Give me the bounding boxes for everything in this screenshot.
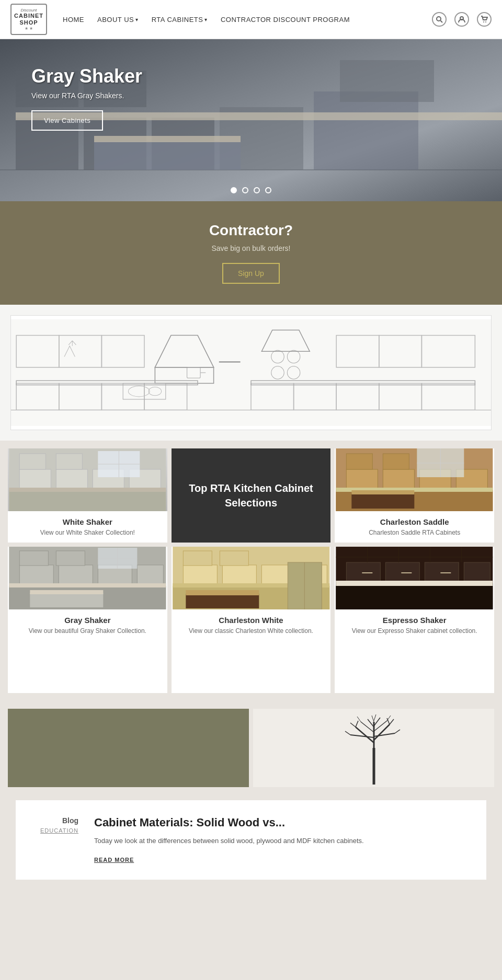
svg-rect-16	[94, 141, 241, 170]
main-nav: HOME ABOUT US ▾ RTA CABINETS ▾ CONTRACTO…	[63, 16, 432, 24]
search-icon[interactable]	[432, 12, 447, 27]
blog-right: Cabinet Materials: Solid Wood vs... Toda…	[94, 816, 465, 864]
charleston-white-body: Charleston White View our classic Charle…	[172, 609, 331, 641]
sketch-container	[10, 315, 492, 430]
svg-line-126	[374, 718, 380, 726]
promo-tree-card[interactable]	[253, 709, 494, 787]
logo-badge: Discount CABINET SHOP ★ ★	[10, 4, 47, 35]
svg-rect-55	[19, 454, 45, 469]
svg-rect-80	[9, 583, 166, 587]
svg-rect-54	[9, 488, 166, 492]
charleston-white-desc: View our classic Charleston White collec…	[178, 627, 325, 635]
logo-stars: ★ ★	[25, 26, 33, 31]
user-icon[interactable]	[454, 12, 469, 27]
svg-rect-98	[186, 590, 259, 595]
gray-shaker-card[interactable]: Gray Shaker View our beautiful Gray Shak…	[8, 547, 167, 693]
svg-rect-49	[9, 490, 166, 511]
hero-title: Gray Shaker	[31, 65, 142, 87]
blog-title: Cabinet Materials: Solid Wood vs...	[94, 816, 465, 829]
svg-rect-97	[186, 594, 259, 608]
svg-rect-68	[383, 454, 409, 469]
contractor-banner: Contractor? Save big on bulk orders! Sig…	[0, 201, 502, 305]
header-icons	[432, 12, 492, 27]
white-shaker-card[interactable]: White Shaker View our White Shaker Colle…	[8, 448, 167, 543]
svg-point-3	[483, 21, 484, 22]
svg-rect-62	[347, 469, 378, 490]
charleston-saddle-desc: Charleston Saddle RTA Cabinets	[341, 529, 488, 536]
logo-discount: Discount	[20, 8, 37, 13]
slider-dot-3[interactable]	[254, 187, 260, 193]
white-shaker-title: White Shaker	[14, 517, 161, 526]
kitchen-sketch-image	[11, 316, 491, 430]
svg-rect-11	[314, 91, 418, 170]
nav-about-us[interactable]: ABOUT US ▾	[97, 16, 139, 24]
svg-rect-77	[59, 565, 93, 586]
svg-rect-15	[340, 60, 434, 102]
svg-rect-79	[137, 565, 163, 586]
header: Discount CABINET SHOP ★ ★ HOME ABOUT US …	[0, 0, 502, 39]
view-cabinets-button[interactable]: View Cabinets	[31, 110, 103, 131]
svg-line-136	[387, 716, 391, 721]
svg-rect-67	[347, 454, 373, 469]
svg-point-4	[485, 21, 486, 22]
espresso-shaker-title: Espresso Shaker	[341, 616, 488, 625]
hero-section: Gray Shaker View our RTA Gray Shakers. V…	[0, 39, 502, 201]
blog-inner: Blog EDUCATION Cabinet Materials: Solid …	[37, 816, 465, 864]
svg-line-127	[372, 716, 374, 722]
cart-icon[interactable]	[477, 12, 492, 27]
svg-rect-90	[183, 565, 217, 586]
feature-card-title: Top RTA Kitchen Cabinet Selections	[182, 481, 321, 510]
svg-rect-106	[464, 562, 490, 583]
blog-section: Blog EDUCATION Cabinet Materials: Solid …	[16, 800, 486, 880]
nav-home[interactable]: HOME	[63, 16, 84, 24]
svg-point-0	[437, 17, 441, 21]
white-shaker-body: White Shaker View our White Shaker Colle…	[8, 511, 167, 543]
espresso-shaker-image	[335, 547, 494, 609]
logo-area[interactable]: Discount CABINET SHOP ★ ★	[10, 4, 47, 35]
nav-contractor-program[interactable]: CONTRACTOR DISCOUNT PROGRAM	[221, 16, 350, 24]
hero-subtitle: View our RTA Gray Shakers.	[31, 91, 142, 100]
blog-category[interactable]: EDUCATION	[37, 827, 78, 834]
sketch-section	[0, 305, 502, 441]
gray-shaker-desc: View our beautiful Gray Shaker Collectio…	[14, 627, 161, 635]
svg-line-131	[390, 719, 394, 724]
svg-rect-50	[19, 469, 51, 490]
contractor-description: Save big on bulk orders!	[10, 244, 492, 252]
svg-line-129	[350, 723, 356, 727]
read-more-link[interactable]: READ MORE	[94, 857, 134, 863]
feature-card: Top RTA Kitchen Cabinet Selections	[172, 448, 331, 543]
charleston-saddle-title: Charleston Saddle	[341, 517, 488, 526]
svg-line-1	[441, 21, 443, 23]
svg-line-130	[356, 721, 358, 727]
svg-line-134	[395, 730, 400, 733]
svg-rect-82	[56, 551, 85, 566]
charleston-white-image	[172, 547, 331, 609]
promo-olive-card[interactable]	[8, 709, 249, 787]
svg-rect-102	[336, 583, 493, 609]
espresso-shaker-card[interactable]: Espresso Shaker View our Expresso Shaker…	[335, 547, 494, 693]
charleston-white-card[interactable]: Charleston White View our classic Charle…	[172, 547, 331, 693]
contractor-heading: Contractor?	[10, 222, 492, 239]
gray-shaker-body: Gray Shaker View our beautiful Gray Shak…	[8, 609, 167, 641]
slider-dots	[231, 187, 271, 193]
svg-line-128	[374, 714, 376, 721]
svg-line-125	[368, 719, 374, 727]
white-shaker-image	[8, 448, 167, 511]
signup-button[interactable]: Sign Up	[222, 263, 280, 284]
promo-section	[0, 701, 502, 795]
svg-rect-99	[183, 551, 212, 566]
svg-rect-100	[220, 551, 248, 566]
white-shaker-desc: View our White Shaker Collection!	[14, 529, 161, 536]
hero-content: Gray Shaker View our RTA Gray Shakers. V…	[31, 65, 142, 131]
nav-rta-cabinets[interactable]: RTA CABINETS ▾	[152, 16, 208, 24]
svg-line-123	[361, 722, 374, 732]
slider-dot-4[interactable]	[265, 187, 271, 193]
gray-shaker-image	[8, 547, 167, 609]
blog-left: Blog EDUCATION	[37, 816, 78, 834]
slider-dot-2[interactable]	[242, 187, 248, 193]
slider-dot-1[interactable]	[231, 187, 237, 193]
charleston-saddle-card[interactable]: Charleston Saddle Charleston Saddle RTA …	[335, 448, 494, 543]
espresso-shaker-desc: View our Expresso Shaker cabinet collect…	[341, 627, 488, 635]
svg-rect-81	[19, 551, 48, 566]
svg-rect-51	[56, 469, 87, 490]
